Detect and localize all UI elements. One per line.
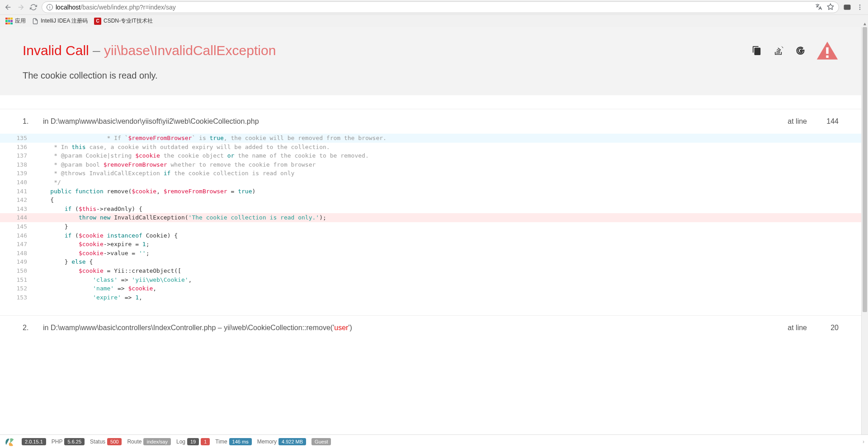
svg-marker-0 (827, 4, 833, 9)
scrollbar[interactable]: ▲ ▼ (861, 27, 868, 28)
extension-icon[interactable] (843, 3, 852, 12)
bookmark-intellij[interactable]: IntelliJ IDEA 注册码 (32, 17, 88, 25)
scrollbar-thumb[interactable] (863, 27, 867, 28)
url-text: localhost/basic/web/index.php?r=index/sa… (56, 4, 176, 11)
file-icon (32, 18, 38, 24)
apps-icon (5, 18, 13, 25)
page-content: Invalid Call – yii\base\InvalidCallExcep… (0, 27, 861, 28)
svg-point-3 (859, 7, 861, 8)
forward-button[interactable] (16, 3, 25, 12)
svg-point-2 (859, 5, 861, 6)
site-info-icon[interactable]: i (47, 4, 53, 10)
bookmark-apps[interactable]: 应用 (5, 17, 26, 25)
svg-rect-1 (844, 5, 851, 10)
browser-chrome: i localhost/basic/web/index.php?r=index/… (0, 0, 868, 28)
scroll-up-icon[interactable]: ▲ (862, 20, 868, 27)
error-header: Invalid Call – yii\base\InvalidCallExcep… (0, 27, 861, 28)
bookmarks-bar: 应用 IntelliJ IDEA 注册码 C CSDN-专业IT技术社 (0, 14, 868, 27)
bookmark-csdn[interactable]: C CSDN-专业IT技术社 (94, 17, 153, 25)
back-button[interactable] (4, 3, 13, 12)
address-bar[interactable]: i localhost/basic/web/index.php?r=index/… (42, 1, 839, 13)
star-icon[interactable] (827, 3, 834, 12)
reload-button[interactable] (29, 3, 38, 12)
nav-bar: i localhost/basic/web/index.php?r=index/… (0, 0, 868, 14)
translate-icon[interactable] (815, 3, 822, 12)
csdn-icon: C (94, 18, 101, 25)
menu-button[interactable] (855, 3, 864, 12)
svg-point-4 (859, 9, 861, 10)
